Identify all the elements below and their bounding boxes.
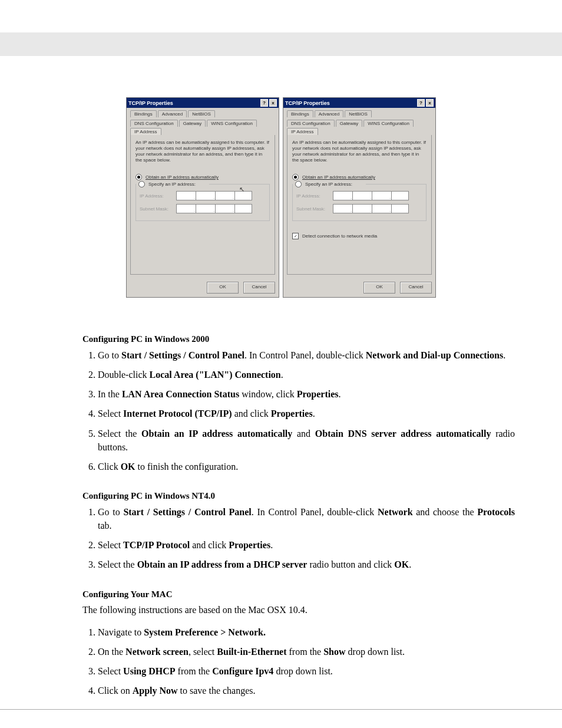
- step: Select the Obtain an IP address automati…: [98, 427, 515, 454]
- subnet-mask-label: Subnet Mask:: [296, 206, 333, 212]
- tab-gateway[interactable]: Gateway: [179, 120, 206, 127]
- dialog-description: An IP address can be automatically assig…: [292, 140, 427, 163]
- ok-button[interactable]: OK: [363, 282, 395, 294]
- tcpip-dialog-left: TCP/IP Properties ? x Bindings Advanced …: [126, 97, 279, 298]
- subnet-mask-input: ...: [176, 204, 252, 213]
- step: Click on Apply Now to save the changes.: [98, 684, 515, 697]
- step: Go to Start / Settings / Control Panel. …: [98, 348, 515, 362]
- ip-address-label: IP Address:: [296, 193, 333, 199]
- tab-advanced[interactable]: Advanced: [158, 110, 187, 117]
- radio-obtain-auto-label: Obtain an IP address automatically: [302, 174, 375, 180]
- step: Select Using DHCP from the Configure Ipv…: [98, 664, 515, 678]
- step: Click OK to finish the configuration.: [98, 460, 515, 473]
- titlebar-title: TCP/IP Properties: [285, 100, 416, 106]
- ip-address-input: ...: [333, 191, 409, 200]
- subnet-mask-label: Subnet Mask:: [140, 206, 176, 212]
- tab-bindings[interactable]: Bindings: [287, 110, 313, 117]
- help-icon[interactable]: ?: [417, 99, 425, 107]
- radio-specify-label: Specify an IP address:: [305, 182, 352, 187]
- step: Select Internet Protocol (TCP/IP) and cl…: [98, 407, 515, 420]
- document-body: Configuring PC in Windows 2000 Go to Sta…: [0, 333, 562, 697]
- step: Go to Start / Settings / Control Panel. …: [98, 505, 515, 532]
- heading-nt4: Configuring PC in Windows NT4.0: [82, 490, 515, 503]
- radio-specify[interactable]: [295, 181, 302, 187]
- tab-wins[interactable]: WINS Configuration: [207, 120, 257, 127]
- heading-win2000: Configuring PC in Windows 2000: [82, 333, 515, 346]
- radio-specify[interactable]: [138, 181, 145, 187]
- titlebar: TCP/IP Properties ? x: [127, 98, 279, 108]
- step: Navigate to System Preference > Network.: [98, 625, 515, 639]
- help-icon[interactable]: ?: [260, 99, 268, 107]
- tab-bindings[interactable]: Bindings: [130, 110, 157, 117]
- radio-specify-label: Specify an IP address:: [148, 182, 196, 187]
- mac-note: The following instructions are based on …: [82, 603, 515, 617]
- heading-mac: Configuring Your MAC: [82, 588, 515, 601]
- step: Double-click Local Area ("LAN") Connecti…: [98, 368, 515, 381]
- tab-advanced[interactable]: Advanced: [315, 110, 344, 117]
- ip-address-label: IP Address:: [140, 193, 176, 199]
- page-footer: Page 143G9WT – 3G Wireless Traveller's K…: [0, 709, 562, 728]
- cancel-button[interactable]: Cancel: [243, 282, 275, 294]
- tab-netbios[interactable]: NetBIOS: [345, 110, 372, 117]
- tab-dns[interactable]: DNS Configuration: [130, 120, 178, 127]
- detect-checkbox[interactable]: ✓: [292, 233, 299, 239]
- tab-ipaddress[interactable]: IP Address: [130, 128, 161, 135]
- tcpip-dialog-right: TCP/IP Properties ? x Bindings Advanced …: [283, 97, 436, 298]
- ok-button[interactable]: OK: [207, 282, 239, 294]
- step: Select TCP/IP Protocol and click Propert…: [98, 538, 515, 552]
- close-icon[interactable]: x: [269, 99, 277, 107]
- titlebar-title: TCP/IP Properties: [128, 100, 259, 106]
- tab-wins[interactable]: WINS Configuration: [363, 120, 414, 127]
- cursor-icon: ↖: [239, 186, 244, 193]
- titlebar: TCP/IP Properties ? x: [283, 98, 435, 108]
- tab-netbios[interactable]: NetBIOS: [188, 110, 215, 117]
- step: On the Network screen, select Built-in-E…: [98, 645, 515, 658]
- dialog-description: An IP address can be automatically assig…: [135, 140, 270, 163]
- tab-gateway[interactable]: Gateway: [336, 120, 363, 127]
- step: Select the Obtain an IP address from a D…: [98, 558, 515, 571]
- close-icon[interactable]: x: [426, 99, 434, 107]
- radio-obtain-auto-label: Obtain an IP address automatically: [146, 174, 219, 180]
- subnet-mask-input: ...: [333, 204, 409, 213]
- detect-label: Detect connection to network media: [302, 233, 377, 239]
- tab-ipaddress[interactable]: IP Address: [287, 128, 318, 135]
- tab-dns[interactable]: DNS Configuration: [287, 120, 335, 127]
- radio-obtain-auto[interactable]: [292, 174, 299, 180]
- cancel-button[interactable]: Cancel: [400, 282, 432, 294]
- step: In the LAN Area Connection Status window…: [98, 387, 515, 401]
- radio-obtain-auto[interactable]: [135, 174, 142, 180]
